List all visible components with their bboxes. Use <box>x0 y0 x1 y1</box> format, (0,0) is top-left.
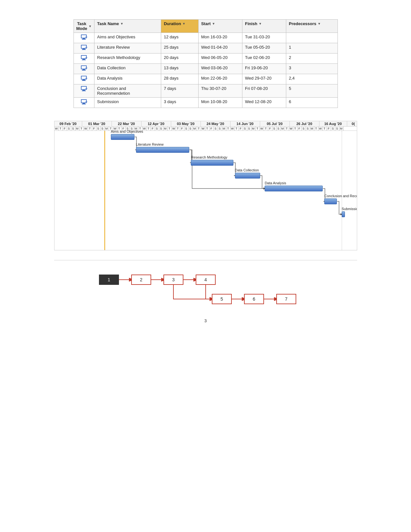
th-duration: Duration ▼ <box>161 20 199 33</box>
task-start-cell: Thu 30-07-20 <box>198 84 242 98</box>
gantt-day-cell: T <box>314 127 318 131</box>
gantt-day-cell: S <box>214 127 218 131</box>
task-icon-symbol: ⇒ <box>80 34 87 40</box>
task-icon-symbol: ⇒ <box>80 76 87 82</box>
gantt-dotted-line <box>342 131 342 250</box>
th-task-mode-label: Task Mode <box>76 21 87 31</box>
th-start: Start ▼ <box>198 20 242 33</box>
gantt-day-cell: T <box>80 127 84 131</box>
gantt-day-cell: W <box>289 127 293 131</box>
svg-rect-10 <box>212 294 231 304</box>
gantt-day-cell: S <box>101 127 105 131</box>
task-start-cell: Wed 01-04-20 <box>198 43 242 53</box>
task-icon-symbol: ⇒ <box>80 86 87 92</box>
gantt-day-cell: T <box>147 127 151 131</box>
task-name-cell: Conclusion and Recommendetion <box>94 84 161 98</box>
task-start-cell: Mon 16-03-20 <box>198 33 242 43</box>
gantt-day-cell: W <box>84 127 88 131</box>
gantt-task-label: Literature Review <box>136 142 164 146</box>
th-task-name-label: Task Name <box>97 21 119 26</box>
gantt-period-cell: 12 Apr '20 <box>142 121 171 126</box>
task-pred-cell: 2,4 <box>286 74 338 84</box>
task-icon-cell: ⇒ <box>73 64 94 74</box>
svg-text:6: 6 <box>253 296 255 302</box>
gantt-bar <box>191 160 233 166</box>
gantt-period-cell: 26 Jul '20 <box>290 121 319 126</box>
task-icon-symbol: ⇒ <box>80 55 87 61</box>
table-section: Task Mode ▼ Task Name ▼ Duration ▼ <box>73 19 338 108</box>
gantt-bar <box>342 211 345 217</box>
gantt-task-label: Data Analysis <box>265 181 286 185</box>
task-icon-cell: ⇒ <box>73 43 94 53</box>
gantt-day-cell: W <box>54 127 59 131</box>
task-pred-cell: 5 <box>286 84 338 98</box>
task-pred-cell: 2 <box>286 53 338 64</box>
th-predecessors: Predecessors ▼ <box>286 20 338 33</box>
gantt-period-cell: 0( <box>347 121 357 126</box>
gantt-day-cell: F <box>327 127 331 131</box>
task-icon-symbol: ⇒ <box>80 45 87 51</box>
gantt-day-cell: S <box>155 127 159 131</box>
th-finish: Finish ▼ <box>242 20 286 33</box>
task-icon-cell: ⇒ <box>73 33 94 43</box>
page-number-value: 3 <box>204 318 207 323</box>
gantt-task-label: Data Collection <box>235 168 259 172</box>
gantt-period-cell: 01 Mar '20 <box>82 121 112 126</box>
task-finish-cell: Fri 07-08-20 <box>242 84 286 98</box>
gantt-bar <box>265 186 323 191</box>
gantt-day-cell: M <box>251 127 256 131</box>
svg-rect-12 <box>244 294 264 304</box>
sort-arrow-mode: ▼ <box>88 24 92 28</box>
svg-text:1: 1 <box>108 277 110 282</box>
gantt-day-cell: M <box>75 127 80 131</box>
task-icon-cell: ⇒ <box>73 84 94 98</box>
svg-text:7: 7 <box>285 296 288 302</box>
sort-arrow-name: ▼ <box>120 22 123 25</box>
gantt-day-cell: M <box>281 127 285 131</box>
task-duration-cell: 7 days <box>161 84 199 98</box>
svg-text:2: 2 <box>140 277 142 282</box>
task-start-cell: Mon 22-06-20 <box>198 74 242 84</box>
task-name-cell: Data Analysis <box>94 74 161 84</box>
gantt-day-cell: S <box>302 127 306 131</box>
gantt-period-cell: 16 Aug '20 <box>319 121 347 126</box>
task-pred-cell <box>286 33 338 43</box>
svg-text:5: 5 <box>220 296 223 302</box>
task-name-cell: Data Collection <box>94 64 161 74</box>
gantt-day-cell: S <box>272 127 277 131</box>
task-name-cell: Aims and Objectives <box>94 33 161 43</box>
svg-rect-2 <box>99 275 119 285</box>
task-duration-cell: 3 days <box>161 98 199 108</box>
svg-text:4: 4 <box>204 277 207 282</box>
task-duration-cell: 25 days <box>161 43 199 53</box>
gantt-day-cell: S <box>96 127 101 131</box>
network-svg: 1234567 <box>93 270 318 312</box>
gantt-day-cell: W <box>318 127 323 131</box>
task-icon-cell: ⇒ <box>73 74 94 84</box>
gantt-day-cell: S <box>71 127 75 131</box>
page-number: 3 <box>0 318 411 323</box>
gantt-bar <box>136 147 190 153</box>
gantt-day-cell: F <box>180 127 184 131</box>
sort-arrow-start: ▼ <box>212 22 215 25</box>
gantt-day-cell: W <box>201 127 205 131</box>
gantt-day-cell: M <box>163 127 168 131</box>
gantt-chart: 09 Feb '2001 Mar '2022 Mar '2012 Apr '20… <box>54 121 357 250</box>
task-icon-symbol: ⇒ <box>80 99 87 105</box>
task-table: Task Mode ▼ Task Name ▼ Duration ▼ <box>73 19 338 108</box>
gantt-day-cell: M <box>193 127 197 131</box>
gantt-day-cell: S <box>218 127 222 131</box>
gantt-day-cell: S <box>277 127 281 131</box>
gantt-bar <box>235 173 260 179</box>
gantt-day-cell: T <box>168 127 172 131</box>
task-finish-cell: Wed 29-07-20 <box>242 74 286 84</box>
gantt-day-cell: T <box>323 127 327 131</box>
gantt-day-cell: T <box>205 127 210 131</box>
gantt-day-cell: W <box>260 127 264 131</box>
gantt-day-cell: W <box>230 127 235 131</box>
gantt-task-label: Aims and Objectives <box>111 130 143 133</box>
gantt-task-label: Submission <box>342 207 357 211</box>
gantt-period-cell: 03 May '20 <box>171 121 201 126</box>
gantt-day-cell: T <box>197 127 201 131</box>
task-duration-cell: 20 days <box>161 53 199 64</box>
